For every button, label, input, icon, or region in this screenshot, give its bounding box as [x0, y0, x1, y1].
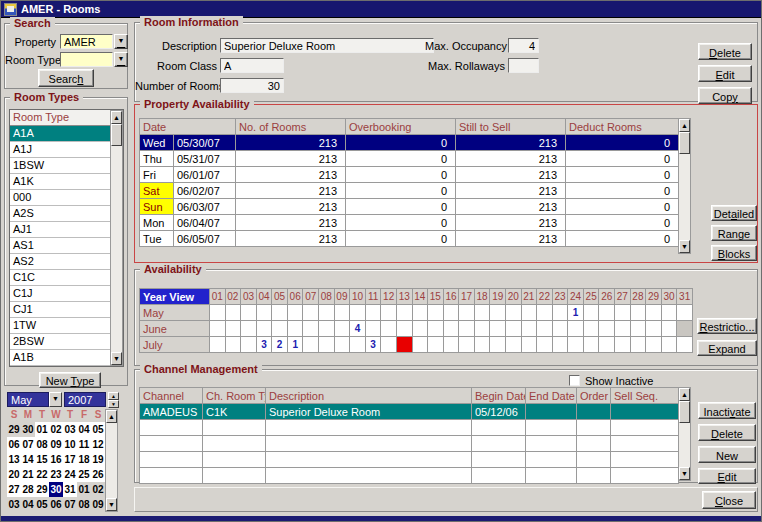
availability-day-cell[interactable]: [210, 337, 226, 353]
availability-day-cell[interactable]: [241, 305, 257, 321]
calendar-day[interactable]: 16: [49, 452, 63, 467]
room-type-item[interactable]: AJ1: [10, 222, 110, 238]
availability-day-cell[interactable]: [334, 337, 350, 353]
blocks-button[interactable]: Blocks: [711, 245, 757, 261]
room-type-item[interactable]: A1J: [10, 142, 110, 158]
calendar-day[interactable]: 25: [77, 467, 91, 482]
scroll-thumb[interactable]: [679, 401, 690, 423]
availability-day-cell[interactable]: [443, 305, 459, 321]
scroll-down-icon[interactable]: ▼: [679, 467, 690, 480]
room-type-item[interactable]: C1C: [10, 270, 110, 286]
channel-delete-button[interactable]: Delete: [698, 424, 756, 441]
room-type-item[interactable]: 2BSW: [10, 334, 110, 350]
scroll-up-icon[interactable]: ▲: [111, 111, 122, 124]
availability-day-cell[interactable]: [334, 305, 350, 321]
availability-day-cell[interactable]: [334, 321, 350, 337]
pa-row[interactable]: Wed05/30/0721302130: [140, 135, 679, 151]
availability-day-cell[interactable]: 3: [365, 337, 381, 353]
availability-day-cell[interactable]: [552, 321, 568, 337]
calendar-day[interactable]: 19: [91, 452, 105, 467]
availability-day-cell[interactable]: [552, 337, 568, 353]
availability-day-cell[interactable]: [272, 321, 288, 337]
pa-row[interactable]: Tue06/05/0721302130: [140, 231, 679, 247]
availability-day-cell[interactable]: 4: [350, 321, 366, 337]
calendar-day[interactable]: 03: [63, 422, 77, 437]
availability-day-cell[interactable]: [583, 321, 599, 337]
scroll-down-icon[interactable]: ▼: [106, 498, 117, 511]
availability-day-cell[interactable]: [505, 305, 521, 321]
scroll-up-icon[interactable]: ▲: [679, 119, 690, 132]
pa-row[interactable]: Sat06/02/0721302130: [140, 183, 679, 199]
availability-day-cell[interactable]: [428, 305, 444, 321]
availability-day-cell[interactable]: [272, 305, 288, 321]
property-dropdown-button[interactable]: ▼: [114, 34, 128, 49]
calendar-day[interactable]: 01: [77, 482, 91, 497]
availability-day-cell[interactable]: [459, 321, 475, 337]
scroll-down-icon[interactable]: ▼: [679, 240, 690, 253]
availability-day-cell[interactable]: [210, 321, 226, 337]
expand-button[interactable]: Expand: [697, 340, 757, 356]
scroll-up-icon[interactable]: ▲: [106, 410, 117, 423]
availability-day-cell[interactable]: [459, 337, 475, 353]
availability-day-cell[interactable]: [256, 321, 272, 337]
availability-day-cell[interactable]: [474, 337, 490, 353]
availability-day-cell[interactable]: [677, 321, 693, 337]
availability-day-cell[interactable]: 1: [568, 305, 584, 321]
channel-empty-row[interactable]: [140, 452, 679, 468]
availability-day-cell[interactable]: [677, 337, 693, 353]
availability-day-cell[interactable]: [537, 321, 553, 337]
calendar-day[interactable]: 06: [49, 497, 63, 512]
availability-day-cell[interactable]: [474, 321, 490, 337]
calendar-day[interactable]: 30: [49, 482, 63, 497]
calendar-day[interactable]: 26: [91, 467, 105, 482]
availability-day-cell[interactable]: [412, 337, 428, 353]
availability-day-cell[interactable]: [599, 337, 615, 353]
availability-day-cell[interactable]: [428, 337, 444, 353]
calendar-day[interactable]: 06: [7, 437, 21, 452]
availability-day-cell[interactable]: [241, 337, 257, 353]
availability-day-cell[interactable]: [490, 337, 506, 353]
availability-day-cell[interactable]: [599, 305, 615, 321]
calendar-day[interactable]: 02: [91, 482, 105, 497]
restrictions-button[interactable]: Restrictio...: [697, 318, 757, 334]
room-type-dropdown-button[interactable]: ▼: [114, 52, 128, 67]
availability-day-cell[interactable]: [443, 321, 459, 337]
scroll-thumb[interactable]: [111, 124, 122, 146]
scroll-up-icon[interactable]: ▲: [679, 388, 690, 401]
availability-day-cell[interactable]: [630, 337, 646, 353]
availability-day-cell[interactable]: [381, 337, 397, 353]
availability-day-cell[interactable]: [319, 305, 335, 321]
calendar-day[interactable]: 17: [63, 452, 77, 467]
calendar-scrollbar[interactable]: ▲ ▼: [105, 409, 118, 512]
copy-button[interactable]: Copy: [698, 87, 752, 104]
pa-row[interactable]: Mon06/04/0721302130: [140, 215, 679, 231]
calendar-day[interactable]: 24: [63, 467, 77, 482]
close-button[interactable]: Close: [702, 491, 756, 509]
calendar-day[interactable]: 07: [63, 497, 77, 512]
calendar-day[interactable]: 28: [21, 482, 35, 497]
spinner-down-icon[interactable]: ▼: [108, 400, 119, 408]
availability-day-cell[interactable]: [381, 321, 397, 337]
availability-day-cell[interactable]: [630, 321, 646, 337]
availability-day-cell[interactable]: [599, 321, 615, 337]
calendar-day[interactable]: 30: [21, 422, 35, 437]
availability-day-cell[interactable]: [583, 305, 599, 321]
pa-row[interactable]: Sun06/03/0721302130: [140, 199, 679, 215]
property-availability-scrollbar[interactable]: ▲ ▼: [678, 118, 691, 254]
availability-day-cell[interactable]: [615, 321, 631, 337]
availability-day-cell[interactable]: [256, 305, 272, 321]
calendar-day[interactable]: 07: [21, 437, 35, 452]
max-occupancy-field[interactable]: [508, 38, 539, 53]
calendar-day[interactable]: 29: [35, 482, 49, 497]
calendar-day[interactable]: 08: [77, 497, 91, 512]
property-input[interactable]: [60, 34, 113, 49]
room-type-item[interactable]: AS2: [10, 254, 110, 270]
availability-day-cell[interactable]: [521, 321, 537, 337]
calendar-year-spinner[interactable]: ▲ ▼: [108, 392, 119, 408]
calendar-day[interactable]: 10: [63, 437, 77, 452]
availability-day-cell[interactable]: [303, 321, 319, 337]
inactivate-button[interactable]: Inactivate: [698, 402, 756, 419]
calendar-month-dropdown-button[interactable]: ▼: [49, 392, 62, 407]
availability-day-cell[interactable]: [225, 305, 241, 321]
channel-edit-button[interactable]: Edit: [698, 468, 756, 484]
